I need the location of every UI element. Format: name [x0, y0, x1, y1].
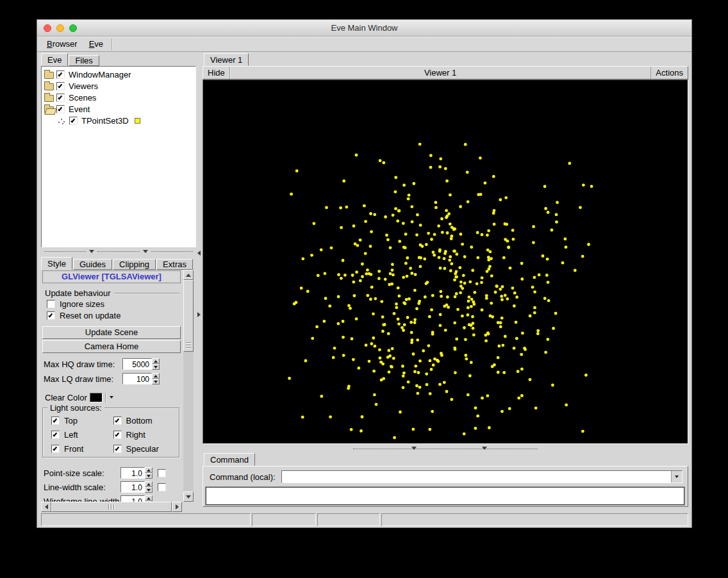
minimize-window-button[interactable]	[56, 24, 64, 32]
line-width-input[interactable]: 1.0	[120, 481, 145, 493]
light-top-row[interactable]: Top	[51, 416, 113, 425]
tree-item-checkbox[interactable]	[56, 82, 65, 90]
collapse-left-icon[interactable]	[197, 251, 201, 256]
check-mark-icon	[58, 95, 62, 99]
max-hq-input[interactable]: 5000	[122, 358, 152, 370]
gl-viewport[interactable]	[203, 79, 688, 444]
scrollbar-thumb[interactable]	[51, 502, 172, 512]
style-horizontal-scrollbar[interactable]	[41, 502, 182, 512]
tree-item-event[interactable]: Event	[42, 103, 195, 115]
spin-down-button[interactable]	[145, 473, 153, 479]
update-scene-button[interactable]: Update Scene	[42, 326, 181, 339]
line-width-row: Line-width scale: 1.0	[42, 481, 181, 493]
spin-up-button[interactable]	[145, 467, 153, 473]
clear-color-swatch[interactable]	[90, 393, 103, 402]
command-combobox[interactable]	[281, 470, 682, 483]
light-top-checkbox[interactable]	[51, 417, 60, 425]
arrow-down-icon	[147, 489, 151, 491]
tab-viewer1[interactable]: Viewer 1	[204, 53, 249, 66]
camera-home-button[interactable]: Camera Home	[42, 340, 181, 353]
tree-item-label: TPointSet3D	[80, 116, 129, 126]
light-specular-row[interactable]: Specular	[113, 444, 176, 454]
tree-item-scenes[interactable]: Scenes	[42, 92, 195, 103]
tree-item-viewers[interactable]: Viewers	[42, 80, 195, 92]
command-output[interactable]	[206, 487, 684, 505]
command-dropdown-button[interactable]	[671, 471, 682, 483]
menu-browser-hotkey: B	[47, 39, 53, 49]
light-front-checkbox[interactable]	[51, 445, 60, 453]
menu-browser[interactable]: Browser	[41, 38, 83, 51]
zoom-window-button[interactable]	[69, 24, 77, 32]
light-right-row[interactable]: Right	[113, 430, 176, 440]
command-row: Command (local):	[210, 470, 682, 483]
light-front-row[interactable]: Front	[51, 444, 113, 454]
tab-eve[interactable]: Eve	[41, 53, 68, 66]
style-vertical-scrollbar[interactable]	[183, 270, 194, 502]
spin-down-button[interactable]	[152, 379, 160, 384]
ignore-sizes-checkbox[interactable]	[47, 300, 55, 308]
spin-up-button[interactable]	[145, 481, 153, 487]
line-width-checkbox[interactable]	[158, 483, 166, 491]
tab-clipping[interactable]: Clipping	[113, 259, 156, 270]
tree-item-checkbox[interactable]	[56, 105, 65, 113]
tab-guides[interactable]: Guides	[73, 259, 112, 270]
viewer-command-splitter[interactable]	[203, 444, 688, 453]
hide-button[interactable]: Hide	[203, 67, 230, 79]
window-title: Eve Main Window	[37, 20, 691, 37]
collapse-arrow-icon[interactable]	[482, 447, 487, 450]
spin-up-button[interactable]	[145, 495, 153, 501]
arrow-up-icon	[186, 274, 191, 277]
light-bottom-checkbox[interactable]	[113, 417, 122, 425]
max-lq-input[interactable]: 100	[122, 373, 152, 384]
light-top-label: Top	[64, 416, 78, 425]
actions-button[interactable]: Actions	[650, 67, 688, 79]
scroll-up-button[interactable]	[183, 270, 194, 280]
tree-item-windowmanager[interactable]: WindowManager	[42, 69, 195, 80]
tree-item-tpointset3d[interactable]: TPointSet3D	[42, 115, 195, 126]
collapse-arrow-icon[interactable]	[411, 447, 417, 450]
tab-command[interactable]: Command	[204, 453, 255, 466]
title-bar[interactable]: Eve Main Window	[37, 20, 691, 37]
scroll-right-button[interactable]	[172, 502, 182, 512]
tree-item-checkbox[interactable]	[69, 117, 78, 125]
folder-open-icon	[44, 106, 54, 113]
point-size-checkbox[interactable]	[158, 469, 166, 477]
tab-extras[interactable]: Extras	[156, 259, 193, 270]
command-input[interactable]	[282, 471, 671, 483]
light-left-row[interactable]: Left	[51, 430, 113, 440]
scroll-left-button[interactable]	[41, 502, 51, 512]
reset-on-update-checkbox[interactable]	[47, 311, 55, 320]
expand-right-icon[interactable]	[197, 312, 201, 317]
spin-down-button[interactable]	[152, 364, 160, 370]
light-left-checkbox[interactable]	[51, 431, 60, 439]
reset-on-update-row[interactable]: Reset on update	[42, 311, 181, 320]
light-right-checkbox[interactable]	[113, 431, 122, 439]
tab-files[interactable]: Files	[69, 55, 99, 66]
tree-item-checkbox[interactable]	[56, 70, 65, 79]
scrollbar-thumb[interactable]	[183, 280, 194, 352]
point-size-input[interactable]: 1.0	[120, 467, 145, 479]
spin-up-button[interactable]	[152, 373, 160, 379]
tab-style[interactable]: Style	[41, 257, 72, 270]
clear-color-dropdown[interactable]	[108, 393, 115, 402]
scroll-down-button[interactable]	[183, 491, 194, 502]
close-window-button[interactable]	[44, 24, 51, 32]
marker-color-swatch[interactable]	[135, 118, 140, 124]
ignore-sizes-row[interactable]: Ignore sizes	[42, 299, 181, 309]
tree-item-checkbox[interactable]	[56, 94, 65, 102]
wireframe-input[interactable]: 1.0	[120, 495, 145, 502]
max-lq-spinner	[152, 373, 160, 384]
menu-bar: Browser Eve	[37, 37, 691, 52]
menu-eve[interactable]: Eve	[83, 38, 109, 51]
tree-editor-splitter[interactable]	[41, 247, 196, 256]
light-specular-checkbox[interactable]	[113, 445, 122, 453]
light-bottom-row[interactable]: Bottom	[113, 416, 176, 425]
spin-up-button[interactable]	[152, 358, 160, 364]
wireframe-spinner	[145, 495, 153, 502]
glviewer-link[interactable]: GLViewer [TGLSAViewer]	[42, 270, 181, 283]
collapse-arrow-icon[interactable]	[143, 250, 148, 253]
panel-vertical-splitter[interactable]	[196, 53, 203, 512]
check-mark-icon	[115, 418, 119, 422]
spin-down-button[interactable]	[145, 487, 153, 493]
collapse-arrow-icon[interactable]	[89, 250, 94, 253]
